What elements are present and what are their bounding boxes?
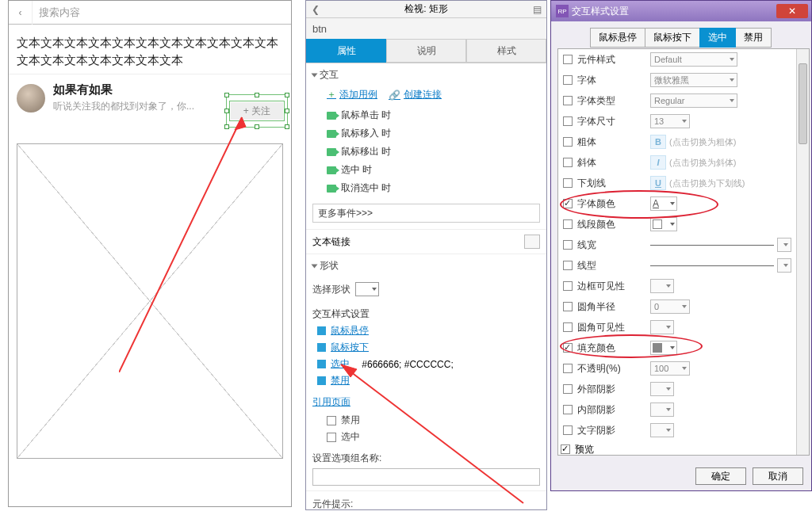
checkbox[interactable] [563, 281, 573, 291]
scrollbar[interactable] [796, 49, 809, 455]
event-row[interactable]: 鼠标移入 时 [306, 124, 546, 143]
bold-toggle[interactable]: B [650, 135, 666, 149]
checkbox[interactable] [563, 384, 573, 394]
shape-dropdown[interactable] [355, 282, 379, 296]
prop-row-font-size: 字体尺寸13 [558, 111, 796, 132]
fill-color-picker[interactable] [650, 341, 677, 355]
close-button[interactable]: ✕ [776, 4, 808, 18]
create-link-link[interactable]: 🔗创建连接 [389, 88, 442, 101]
preview-checkbox[interactable]: ✓ [561, 444, 570, 454]
corner-vis-dropdown[interactable] [650, 320, 674, 334]
line-width-preview [650, 245, 774, 246]
panel-back-icon[interactable]: ❮ [308, 2, 324, 17]
checkbox[interactable] [563, 261, 573, 270]
resize-handle[interactable] [255, 124, 259, 129]
event-row[interactable]: 取消选中 时 [306, 179, 546, 197]
event-icon [327, 148, 336, 156]
interaction-styles-header: 交互样式设置 [306, 301, 546, 322]
search-input[interactable]: 搜索内容 [33, 6, 291, 20]
prop-row-underline: 下划线U(点击切换为下划线) [558, 173, 796, 193]
checkbox[interactable] [563, 219, 573, 229]
checkbox[interactable] [563, 178, 573, 188]
checkbox[interactable] [563, 322, 573, 332]
checkbox[interactable] [563, 425, 573, 435]
interaction-style-dialog: RP 交互样式设置 ✕ 鼠标悬停 鼠标按下 选中 禁用 元件样式Default … [550, 0, 812, 491]
prop-row-outer-shadow: 外部阴影 [558, 379, 796, 399]
font-size-dropdown[interactable]: 13 [650, 114, 690, 128]
event-icon [327, 112, 336, 120]
style-hover-link[interactable]: 鼠标悬停 [331, 324, 369, 338]
panel-page-icon[interactable]: ▤ [529, 2, 545, 17]
back-icon[interactable]: ‹ [9, 1, 33, 25]
font-color-picker[interactable]: A [650, 196, 677, 211]
corner-input[interactable]: 0 [650, 299, 690, 314]
cancel-button[interactable]: 取消 [753, 467, 803, 485]
checkbox[interactable] [563, 240, 573, 250]
resize-handle[interactable] [224, 93, 229, 97]
annotation-arrow [119, 111, 254, 372]
dialog-footer: 确定 取消 [551, 462, 811, 490]
pick-shape-label: 选择形状 [312, 283, 350, 296]
dialog-tab-selected[interactable]: 选中 [699, 28, 736, 48]
tab-notes[interactable]: 说明 [386, 39, 466, 63]
prop-row-text-shadow: 文字阴影 [558, 420, 796, 441]
widget-name-field[interactable]: btn [306, 18, 546, 39]
text-link-clear-button[interactable] [524, 235, 540, 249]
underline-toggle[interactable]: U [650, 176, 666, 190]
prop-row-font: 字体微软雅黑 [558, 70, 796, 90]
font-type-dropdown[interactable]: Regular [650, 93, 737, 108]
annotation-arrow [333, 357, 531, 507]
checkbox[interactable] [563, 137, 573, 147]
dialog-body: 元件样式Default 字体微软雅黑 字体类型Regular 字体尺寸13 粗体… [557, 48, 810, 456]
inner-shadow-dropdown[interactable] [650, 402, 674, 417]
checkbox[interactable] [563, 302, 573, 311]
ok-button[interactable]: 确定 [695, 467, 746, 485]
section-shape[interactable]: 形状 [306, 254, 546, 277]
checkbox[interactable] [563, 343, 573, 353]
style-icon [317, 376, 326, 385]
more-events-dropdown[interactable]: 更多事件>>> [312, 204, 540, 223]
opacity-input[interactable]: 100 [650, 361, 690, 376]
tab-properties[interactable]: 属性 [306, 39, 386, 63]
line-color-picker[interactable] [650, 217, 677, 231]
widget-style-dropdown[interactable]: Default [650, 52, 737, 67]
prop-row-italic: 斜体I(点击切换为斜体) [558, 152, 796, 173]
checkbox[interactable] [563, 55, 573, 64]
dialog-tab-hover[interactable]: 鼠标悬停 [590, 28, 645, 48]
section-interactions[interactable]: 交互 [306, 63, 546, 86]
event-row[interactable]: 选中 时 [306, 161, 546, 179]
resize-handle[interactable] [255, 93, 259, 97]
line-style-dropdown[interactable] [777, 258, 791, 273]
event-row[interactable]: 鼠标单击 时 [306, 106, 546, 124]
tab-style[interactable]: 样式 [466, 39, 546, 63]
resize-handle[interactable] [285, 93, 289, 97]
checkbox[interactable] [563, 96, 573, 105]
checkbox[interactable] [563, 199, 573, 208]
dialog-tab-down[interactable]: 鼠标按下 [645, 28, 700, 48]
inspect-title: 检视: 矩形 [404, 2, 448, 16]
text-link-label: 文本链接 [312, 235, 350, 249]
app-icon: RP [556, 5, 569, 17]
font-dropdown[interactable]: 微软雅黑 [650, 73, 737, 87]
border-vis-dropdown[interactable] [650, 279, 674, 293]
dialog-tab-disabled[interactable]: 禁用 [735, 28, 772, 48]
checkbox[interactable] [563, 75, 573, 85]
style-down-link[interactable]: 鼠标按下 [331, 341, 369, 354]
checkbox[interactable] [563, 405, 573, 414]
prop-row-bold: 粗体B(点击切换为粗体) [558, 132, 796, 152]
line-width-dropdown[interactable] [777, 238, 791, 252]
add-case-link[interactable]: ＋添加用例 [327, 88, 377, 101]
event-row[interactable]: 鼠标移出 时 [306, 143, 546, 161]
checkbox[interactable] [563, 158, 573, 167]
prop-row-font-color: 字体颜色A [558, 193, 796, 214]
italic-toggle[interactable]: I [650, 155, 666, 170]
resize-handle[interactable] [285, 124, 289, 129]
text-shadow-dropdown[interactable] [650, 423, 674, 437]
outer-shadow-dropdown[interactable] [650, 382, 674, 396]
checkbox[interactable] [563, 364, 573, 373]
line-style-preview [650, 265, 774, 266]
event-icon [327, 185, 336, 193]
dialog-title-bar[interactable]: RP 交互样式设置 ✕ [551, 1, 811, 21]
resize-handle[interactable] [285, 109, 289, 113]
checkbox[interactable] [563, 116, 573, 126]
